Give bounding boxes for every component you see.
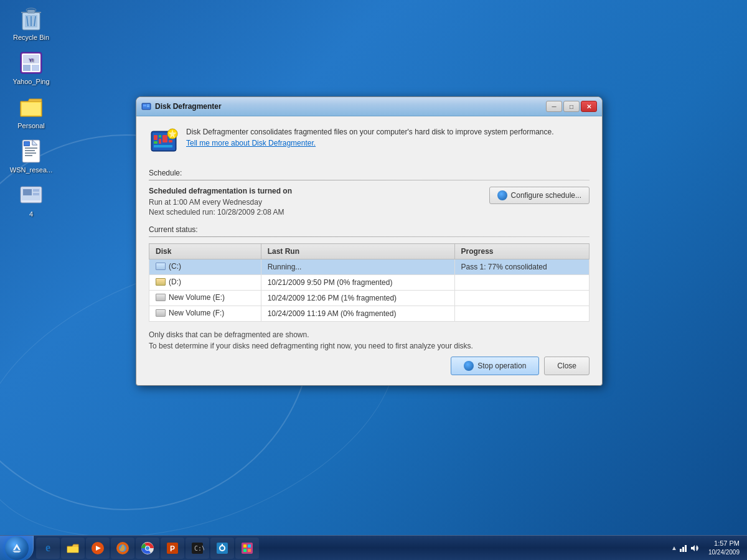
yahoo-ping-icon: Y! — [19, 50, 44, 75]
chrome-icon — [140, 541, 155, 556]
personal-label: Personal — [17, 122, 44, 129]
schedule-status: Scheduled defragmentation is turned on — [149, 187, 292, 195]
disk-table-row[interactable]: (C:)Running...Pass 1: 77% consolidated — [149, 259, 590, 275]
powerpoint-icon: P — [165, 541, 180, 556]
close-btn-label: Close — [557, 362, 576, 370]
drive-icon — [156, 294, 166, 301]
svg-rect-17 — [24, 142, 29, 146]
progress-cell — [454, 306, 590, 322]
schedule-info: Scheduled defragmentation is turned on R… — [149, 187, 292, 218]
svg-rect-21 — [33, 189, 39, 192]
taskbar-app-chrome[interactable] — [136, 538, 159, 559]
disk-defragmenter-dialog: Disk Defragmenter ─ □ ✕ — [136, 96, 603, 386]
taskbar-app-paint[interactable] — [210, 538, 234, 559]
action-buttons: Stop operation Close — [149, 357, 590, 375]
svg-point-54 — [220, 546, 224, 550]
clock-date: 10/24/2009 — [708, 548, 740, 557]
svg-rect-62 — [682, 547, 684, 552]
volume-tray-icon[interactable] — [690, 543, 700, 553]
progress-cell — [454, 291, 590, 306]
tray-expand-button[interactable]: ▲ — [671, 544, 677, 551]
desktop-icon-wsn-research[interactable]: WSN_resea... — [6, 139, 56, 174]
configure-schedule-button[interactable]: Configure schedule... — [489, 187, 590, 204]
item4-icon — [19, 183, 44, 208]
taskbar-app-ppt[interactable]: P — [161, 538, 184, 559]
tray-icons: ▲ — [671, 543, 700, 553]
svg-rect-14 — [25, 152, 36, 154]
wsn-research-label: WSN_resea... — [10, 166, 52, 174]
desktop-icon-yahoo-ping[interactable]: Y! Yahoo_Ping — [6, 50, 56, 85]
explorer-icon — [65, 541, 80, 556]
last-run-cell: 10/21/2009 9:50 PM (0% fragmented) — [261, 275, 454, 291]
svg-rect-8 — [32, 65, 39, 71]
dialog-header-text: Disk Defragmenter consolidates fragmente… — [186, 126, 554, 149]
desktop-icon-personal[interactable]: Personal — [6, 95, 56, 129]
cmd-icon: C:\ — [190, 541, 205, 556]
taskbar-app-misc[interactable] — [235, 538, 259, 559]
svg-rect-26 — [147, 105, 149, 106]
bottom-note: Only disks that can be defragmented are … — [149, 329, 590, 352]
last-run-cell: 10/24/2009 11:19 AM (0% fragmented) — [261, 306, 454, 322]
dialog-titlebar: Disk Defragmenter ─ □ ✕ — [136, 97, 602, 116]
paint-icon — [215, 541, 230, 556]
start-button[interactable] — [0, 536, 34, 561]
schedule-next-run: Next scheduled run: 10/28/2009 2:08 AM — [149, 208, 292, 217]
disk-cell: (C:) — [149, 259, 261, 275]
disk-table-row[interactable]: (D:)10/21/2009 9:50 PM (0% fragmented) — [149, 275, 590, 291]
svg-rect-61 — [680, 549, 682, 552]
svg-rect-25 — [143, 105, 146, 106]
dialog-header: Disk Defragmenter consolidates fragmente… — [149, 126, 590, 164]
schedule-label: Schedule: — [149, 169, 590, 177]
drive-icon — [156, 309, 166, 317]
svg-text:P: P — [170, 544, 175, 553]
disk-table-row[interactable]: New Volume (E:)10/24/2009 12:06 PM (1% f… — [149, 291, 590, 306]
learn-more-link[interactable]: Tell me more about Disk Defragmenter. — [186, 139, 316, 147]
note-line1: Only disks that can be defragmented are … — [149, 330, 309, 339]
network-tray-icon[interactable] — [679, 543, 688, 553]
desktop-icon-recycle-bin[interactable]: Recycle Bin — [6, 6, 56, 41]
media-player-icon — [90, 541, 105, 556]
system-clock[interactable]: 1:57 PM 10/24/2009 — [706, 539, 742, 557]
wsn-research-icon — [19, 139, 44, 164]
disk-cell: New Volume (E:) — [149, 291, 261, 306]
header-description: Disk Defragmenter consolidates fragmente… — [186, 128, 554, 136]
svg-point-47 — [146, 546, 149, 550]
svg-text:C:\: C:\ — [194, 545, 204, 552]
maximize-button[interactable]: □ — [563, 101, 580, 112]
defrag-app-icon — [149, 126, 179, 156]
close-window-button[interactable]: ✕ — [581, 101, 597, 112]
last-run-cell: 10/24/2009 12:06 PM (1% fragmented) — [261, 291, 454, 306]
svg-rect-27 — [147, 106, 149, 108]
svg-rect-33 — [159, 139, 161, 144]
close-dialog-button[interactable]: Close — [544, 357, 590, 375]
taskbar-app-firefox[interactable] — [111, 538, 134, 559]
taskbar-right: ▲ 1:57 PM 10/24/2009 — [671, 536, 747, 560]
note-line2: To best determine if your disks need def… — [149, 342, 473, 350]
ie-icon: e — [40, 541, 55, 556]
disk-table-row[interactable]: New Volume (F:)10/24/2009 11:19 AM (0% f… — [149, 306, 590, 322]
schedule-section: Scheduled defragmentation is turned on R… — [149, 187, 590, 218]
start-orb — [5, 536, 29, 560]
dialog-content: Disk Defragmenter consolidates fragmente… — [136, 116, 602, 385]
dialog-title: Disk Defragmenter — [155, 102, 542, 111]
recycle-bin-label: Recycle Bin — [13, 34, 49, 41]
status-section: Current status: Disk Last Run Progress (… — [149, 225, 590, 322]
svg-rect-58 — [248, 544, 251, 548]
taskbar-app-cmd[interactable]: C:\ — [186, 538, 209, 559]
col-progress: Progress — [454, 244, 590, 259]
firefox-icon — [115, 541, 130, 556]
minimize-button[interactable]: ─ — [546, 101, 562, 112]
taskbar-app-ie[interactable]: e — [36, 538, 60, 559]
taskbar-app-explorer[interactable] — [61, 538, 85, 559]
recycle-bin-icon — [19, 6, 44, 31]
svg-rect-37 — [154, 145, 172, 147]
svg-rect-59 — [243, 549, 247, 552]
taskbar: e — [0, 535, 747, 560]
taskbar-app-media[interactable] — [86, 538, 110, 559]
status-divider — [149, 236, 590, 237]
stop-operation-button[interactable]: Stop operation — [451, 357, 539, 375]
stop-globe-icon — [464, 361, 474, 371]
svg-rect-22 — [33, 193, 39, 195]
stop-btn-label: Stop operation — [477, 362, 526, 370]
desktop-icon-item4[interactable]: 4 — [6, 183, 56, 218]
